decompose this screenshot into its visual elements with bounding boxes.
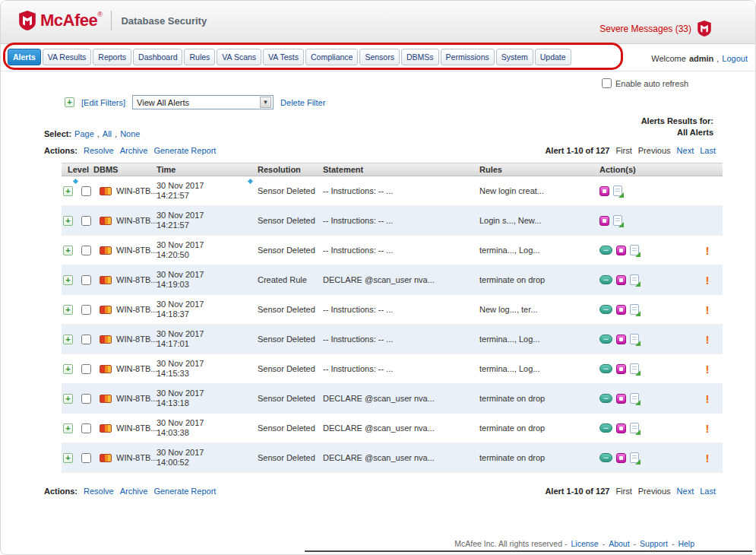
audit-icon[interactable] xyxy=(599,335,612,344)
support-link[interactable]: Support xyxy=(640,539,668,548)
pagination-last-link[interactable]: Last xyxy=(700,487,716,496)
row-select-checkbox[interactable] xyxy=(81,394,91,404)
tab-dashboard[interactable]: Dashboard xyxy=(133,49,182,65)
report-icon[interactable] xyxy=(613,215,622,226)
tab-reports[interactable]: Reports xyxy=(93,49,131,65)
rule-icon[interactable] xyxy=(599,186,609,196)
tab-va-tests[interactable]: VA Tests xyxy=(263,49,304,65)
rule-icon[interactable] xyxy=(616,246,626,255)
archive-link[interactable]: Archive xyxy=(120,146,148,155)
audit-icon[interactable] xyxy=(599,275,612,284)
row-select-checkbox[interactable] xyxy=(81,453,91,463)
tab-permissions[interactable]: Permissions xyxy=(441,49,495,65)
auto-refresh-checkbox[interactable] xyxy=(602,78,612,88)
alert-filter-select[interactable]: View All Alerts ▼ xyxy=(132,95,274,109)
expand-row-button[interactable]: + xyxy=(63,246,73,255)
column-header-actions[interactable]: Action(s) xyxy=(599,165,636,174)
audit-icon[interactable] xyxy=(599,394,612,403)
row-select-checkbox[interactable] xyxy=(81,216,91,226)
tab-rules[interactable]: Rules xyxy=(184,49,215,65)
tab-update[interactable]: Update xyxy=(535,49,571,65)
audit-icon[interactable] xyxy=(599,305,612,314)
row-select-checkbox[interactable] xyxy=(81,305,91,315)
tab-va-scans[interactable]: VA Scans xyxy=(217,49,261,65)
row-select-checkbox[interactable] xyxy=(81,423,91,433)
column-header-dbms[interactable]: DBMS xyxy=(93,165,118,174)
tab-alerts[interactable]: Alerts xyxy=(8,49,41,65)
row-select-checkbox[interactable] xyxy=(81,335,91,344)
rule-icon[interactable] xyxy=(616,423,626,433)
expand-row-button[interactable]: + xyxy=(63,423,73,433)
severity-level-icon xyxy=(100,454,112,462)
audit-icon[interactable] xyxy=(599,453,612,462)
audit-icon[interactable] xyxy=(599,246,612,255)
report-icon[interactable] xyxy=(630,245,639,255)
license-link[interactable]: License xyxy=(571,539,598,548)
expand-row-button[interactable]: + xyxy=(63,305,73,315)
column-header-resolution[interactable]: Resolution xyxy=(258,165,301,174)
row-select-checkbox[interactable] xyxy=(81,246,91,255)
alert-time: 14:19:03 xyxy=(157,280,258,290)
rule-icon[interactable] xyxy=(616,364,626,374)
tab-dbmss[interactable]: DBMSs xyxy=(401,49,439,65)
expand-row-button[interactable]: + xyxy=(63,335,73,344)
audit-icon[interactable] xyxy=(599,364,612,373)
rule-icon[interactable] xyxy=(616,305,626,315)
expand-row-button[interactable]: + xyxy=(63,186,73,196)
column-header-statement[interactable]: Statement xyxy=(323,165,363,174)
audit-icon[interactable] xyxy=(599,423,612,433)
row-select-checkbox[interactable] xyxy=(81,275,91,285)
report-icon[interactable] xyxy=(630,304,639,315)
select-none-link[interactable]: None xyxy=(120,129,140,138)
expand-filters-icon[interactable]: + xyxy=(65,97,74,107)
tab-sensors[interactable]: Sensors xyxy=(359,49,400,65)
expand-row-button[interactable]: + xyxy=(63,394,73,404)
expand-row-button[interactable]: + xyxy=(63,275,73,285)
pagination-next-link[interactable]: Next xyxy=(677,487,694,496)
resolve-link[interactable]: Resolve xyxy=(84,146,114,155)
pagination-previous[interactable]: Previous xyxy=(638,146,671,155)
rule-icon[interactable] xyxy=(616,453,626,463)
pagination-last-link[interactable]: Last xyxy=(700,146,716,155)
pagination-first[interactable]: First xyxy=(615,146,631,155)
expand-row-button[interactable]: + xyxy=(63,364,73,374)
pagination-previous[interactable]: Previous xyxy=(638,487,671,496)
report-icon[interactable] xyxy=(630,363,639,374)
select-page-link[interactable]: Page xyxy=(74,129,94,138)
expand-row-button[interactable]: + xyxy=(63,453,73,463)
pagination-next-link[interactable]: Next xyxy=(677,146,694,155)
report-icon[interactable] xyxy=(630,334,639,344)
rule-icon[interactable] xyxy=(616,394,626,404)
help-link[interactable]: Help xyxy=(678,539,694,548)
expand-row-button[interactable]: + xyxy=(63,216,73,226)
column-header-time[interactable]: Time xyxy=(157,165,176,174)
logout-link[interactable]: Logout xyxy=(722,54,748,63)
severe-messages-link[interactable]: Severe Messages (33) xyxy=(599,24,691,34)
rule-icon[interactable] xyxy=(616,335,626,344)
pagination-first[interactable]: First xyxy=(615,487,631,496)
delete-filter-link[interactable]: Delete Filter xyxy=(280,98,325,107)
rule-icon[interactable] xyxy=(616,275,626,285)
severe-shield-icon[interactable] xyxy=(697,21,711,36)
archive-link-bottom[interactable]: Archive xyxy=(120,487,148,496)
generate-report-link-bottom[interactable]: Generate Report xyxy=(153,487,216,496)
about-link[interactable]: About xyxy=(609,539,629,548)
row-select-checkbox[interactable] xyxy=(81,186,91,196)
row-select-checkbox[interactable] xyxy=(81,364,91,374)
rule-icon[interactable] xyxy=(599,216,609,226)
resolve-link-bottom[interactable]: Resolve xyxy=(84,487,114,496)
filter-select-value: View All Alerts xyxy=(137,98,189,107)
column-header-rules[interactable]: Rules xyxy=(479,165,502,174)
report-icon[interactable] xyxy=(630,452,639,463)
report-icon[interactable] xyxy=(613,186,622,196)
tab-system[interactable]: System xyxy=(496,49,533,65)
generate-report-link[interactable]: Generate Report xyxy=(153,146,216,155)
report-icon[interactable] xyxy=(630,274,639,285)
report-icon[interactable] xyxy=(630,393,639,404)
tab-va-results[interactable]: VA Results xyxy=(43,49,92,65)
report-icon[interactable] xyxy=(630,423,639,433)
select-all-link[interactable]: All xyxy=(103,129,112,138)
column-header-level[interactable]: Level xyxy=(68,165,89,174)
edit-filters-link[interactable]: [Edit Filters] xyxy=(81,98,125,107)
tab-compliance[interactable]: Compliance xyxy=(305,49,358,65)
